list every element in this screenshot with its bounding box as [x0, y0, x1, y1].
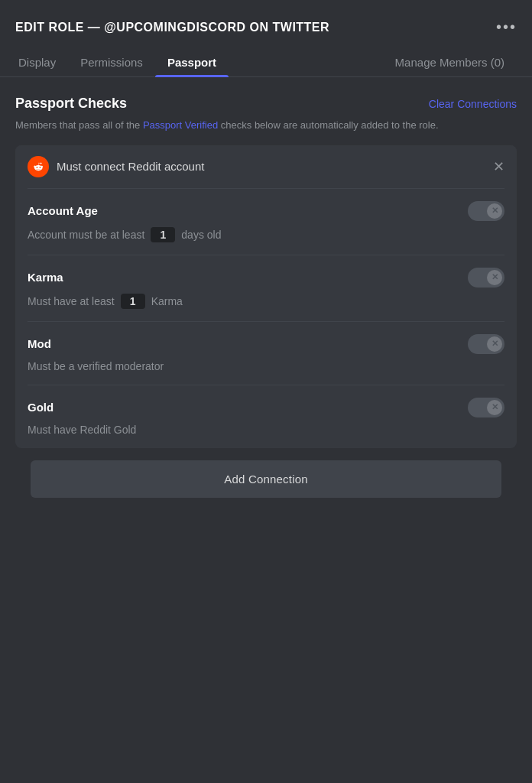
tab-bar: Display Permissions Passport Manage Memb… [0, 48, 532, 77]
reddit-info: Must connect Reddit account [28, 156, 204, 177]
add-connection-button[interactable]: Add Connection [31, 460, 501, 498]
karma-toggle[interactable]: ✕ [468, 268, 504, 288]
account-age-toggle[interactable]: ✕ [468, 201, 504, 221]
karma-description: Must have at least 1 Karma [28, 294, 504, 309]
account-age-label: Account Age [28, 204, 98, 217]
gold-header: Gold ✕ [28, 398, 504, 417]
account-age-description: Account must be at least 1 days old [28, 227, 504, 242]
tab-display[interactable]: Display [15, 48, 68, 76]
connection-card: Must connect Reddit account ✕ Account Ag… [15, 145, 517, 448]
toggle-x-icon-gold: ✕ [491, 403, 498, 411]
toggle-knob: ✕ [487, 203, 502, 219]
toggle-knob-gold: ✕ [487, 400, 502, 415]
account-age-row: Account Age ✕ Account must be at least 1… [15, 189, 517, 255]
app-container: EDIT ROLE — @UPCOMINGDISCORD ON TWITTER … [0, 0, 532, 783]
clear-connections-button[interactable]: Clear Connections [429, 96, 517, 110]
toggle-knob-mod: ✕ [487, 336, 502, 352]
account-age-header: Account Age ✕ [28, 201, 504, 221]
section-description: Members that pass all of the Passport Ve… [15, 118, 517, 133]
toggle-x-icon-mod: ✕ [491, 340, 498, 348]
tab-manage-members[interactable]: Manage Members (0) [383, 48, 517, 76]
tab-passport[interactable]: Passport [155, 48, 229, 76]
toggle-x-icon-karma: ✕ [491, 273, 498, 281]
page-title: EDIT ROLE — @UPCOMINGDISCORD ON TWITTER [15, 21, 329, 34]
gold-description: Must have Reddit Gold [28, 424, 504, 436]
mod-toggle[interactable]: ✕ [468, 334, 504, 354]
gold-row: Gold ✕ Must have Reddit Gold [15, 385, 517, 448]
header: EDIT ROLE — @UPCOMINGDISCORD ON TWITTER … [0, 0, 532, 48]
remove-connection-button[interactable]: ✕ [493, 160, 504, 174]
karma-header: Karma ✕ [28, 268, 504, 288]
more-options-button[interactable]: ••• [496, 18, 517, 36]
account-age-input[interactable]: 1 [151, 227, 175, 242]
mod-header: Mod ✕ [28, 334, 504, 354]
main-content: Passport Checks Clear Connections Member… [0, 77, 532, 783]
mod-label: Mod [28, 337, 51, 350]
karma-row: Karma ✕ Must have at least 1 Karma [15, 255, 517, 321]
toggle-x-icon: ✕ [491, 206, 498, 215]
tab-permissions[interactable]: Permissions [68, 48, 155, 76]
mod-description: Must be a verified moderator [28, 360, 504, 372]
gold-label: Gold [28, 401, 54, 414]
reddit-header-row: Must connect Reddit account ✕ [15, 145, 517, 188]
karma-label: Karma [28, 271, 63, 284]
reddit-icon [28, 156, 49, 177]
reddit-logo-icon [31, 160, 45, 174]
section-title: Passport Checks [15, 96, 127, 112]
toggle-knob-karma: ✕ [487, 270, 502, 285]
karma-input[interactable]: 1 [121, 294, 145, 309]
gold-toggle[interactable]: ✕ [468, 398, 504, 417]
reddit-connection-label: Must connect Reddit account [57, 160, 204, 173]
section-header: Passport Checks Clear Connections [15, 96, 517, 112]
mod-row: Mod ✕ Must be a verified moderator [15, 322, 517, 385]
